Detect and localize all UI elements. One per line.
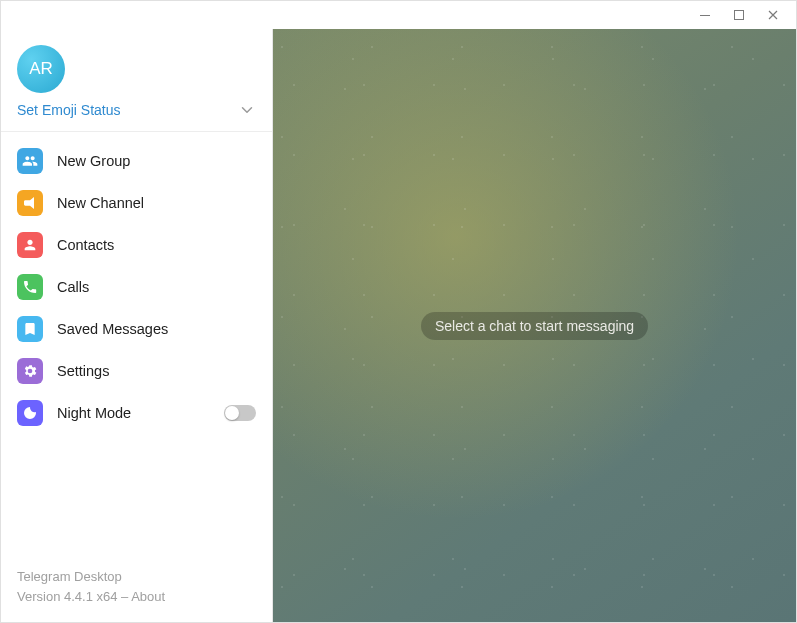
menu-item-calls[interactable]: Calls xyxy=(1,266,272,308)
menu-item-settings[interactable]: Settings xyxy=(1,350,272,392)
titlebar xyxy=(1,1,796,29)
close-icon xyxy=(767,9,779,21)
menu-item-new-channel[interactable]: New Channel xyxy=(1,182,272,224)
phone-icon xyxy=(17,274,43,300)
menu-item-contacts[interactable]: Contacts xyxy=(1,224,272,266)
app-body: AR Set Emoji Status New Group New xyxy=(1,29,796,622)
emoji-status-row[interactable]: Set Emoji Status xyxy=(1,101,272,132)
maximize-icon xyxy=(733,9,745,21)
moon-icon xyxy=(17,400,43,426)
sidebar-menu: New Group New Channel Contacts xyxy=(1,132,272,553)
window-maximize-button[interactable] xyxy=(722,3,756,27)
gear-icon xyxy=(17,358,43,384)
app-name-label: Telegram Desktop xyxy=(17,567,256,587)
profile-section: AR xyxy=(1,29,272,101)
svg-rect-1 xyxy=(735,11,744,20)
menu-label: New Group xyxy=(57,153,130,169)
menu-item-night-mode[interactable]: Night Mode xyxy=(1,392,272,434)
menu-label: Settings xyxy=(57,363,109,379)
svg-rect-0 xyxy=(700,15,710,16)
toggle-knob xyxy=(225,406,239,420)
avatar[interactable]: AR xyxy=(17,45,65,93)
menu-item-new-group[interactable]: New Group xyxy=(1,140,272,182)
empty-chat-placeholder: Select a chat to start messaging xyxy=(421,312,648,340)
minimize-icon xyxy=(699,9,711,21)
sidebar-footer: Telegram Desktop Version 4.4.1 x64 – Abo… xyxy=(1,553,272,622)
sidebar: AR Set Emoji Status New Group New xyxy=(1,29,273,622)
menu-item-saved-messages[interactable]: Saved Messages xyxy=(1,308,272,350)
bookmark-icon xyxy=(17,316,43,342)
set-emoji-status-link[interactable]: Set Emoji Status xyxy=(17,102,121,118)
menu-label: New Channel xyxy=(57,195,144,211)
menu-label: Saved Messages xyxy=(57,321,168,337)
people-icon xyxy=(17,148,43,174)
night-mode-toggle[interactable] xyxy=(224,405,256,421)
menu-label: Night Mode xyxy=(57,405,131,421)
megaphone-icon xyxy=(17,190,43,216)
menu-label: Contacts xyxy=(57,237,114,253)
person-icon xyxy=(17,232,43,258)
window-close-button[interactable] xyxy=(756,3,790,27)
chevron-down-icon xyxy=(238,101,256,119)
menu-label: Calls xyxy=(57,279,89,295)
app-window: AR Set Emoji Status New Group New xyxy=(0,0,797,623)
main-panel: Select a chat to start messaging xyxy=(273,29,796,622)
app-version-label[interactable]: Version 4.4.1 x64 – About xyxy=(17,587,256,607)
window-minimize-button[interactable] xyxy=(688,3,722,27)
